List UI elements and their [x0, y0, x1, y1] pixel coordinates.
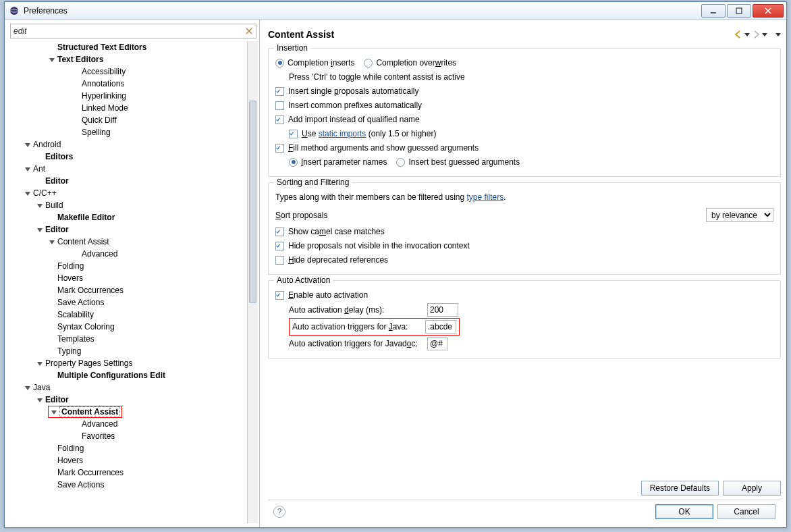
expand-icon	[48, 335, 56, 343]
tree-item[interactable]: Spelling	[11, 126, 247, 138]
tree-item-label: Syntax Coloring	[57, 322, 115, 331]
completion-inserts-label: Completion inserts	[288, 58, 354, 68]
tree-item[interactable]: Hovers	[11, 454, 247, 467]
sort-proposals-select[interactable]: by relevance	[706, 208, 773, 222]
tree-item[interactable]: Makefile Editor	[11, 211, 247, 223]
insert-single-checkbox[interactable]	[275, 87, 284, 96]
tree-item[interactable]: Save Actions	[11, 479, 247, 491]
minimize-button[interactable]	[701, 4, 726, 18]
collapse-icon[interactable]	[24, 165, 32, 173]
tree-item-label: Editors	[45, 152, 73, 161]
insert-common-checkbox[interactable]	[275, 101, 284, 110]
tree-item[interactable]: Folding	[11, 442, 247, 454]
tree-item[interactable]: Editor	[11, 175, 247, 187]
dialog-footer: ? OK Cancel	[268, 500, 781, 523]
collapse-icon[interactable]	[36, 359, 44, 367]
close-button[interactable]	[753, 4, 784, 18]
clear-filter-icon[interactable]	[244, 26, 254, 36]
collapse-icon[interactable]	[24, 189, 32, 197]
collapse-icon[interactable]	[48, 238, 56, 246]
hide-inv-checkbox[interactable]	[275, 242, 284, 250]
tree-item[interactable]: Favorites	[11, 430, 247, 442]
tree-container: Structured Text EditorsText EditorsAcces…	[9, 41, 258, 523]
tree-item[interactable]: Hyperlinking	[11, 90, 247, 102]
sorting-group: Sorting and Filtering Types along with t…	[268, 182, 781, 275]
tree-item[interactable]: Property Pages Settings	[11, 357, 247, 369]
collapse-icon[interactable]	[48, 55, 56, 63]
use-static-checkbox[interactable]	[289, 130, 298, 138]
tree-item[interactable]: Editor	[11, 394, 247, 406]
preference-tree[interactable]: Structured Text EditorsText EditorsAcces…	[9, 41, 247, 523]
type-filters-link[interactable]: type filters	[466, 192, 503, 202]
forward-icon[interactable]	[751, 30, 761, 39]
collapse-icon[interactable]	[50, 408, 58, 416]
tree-item[interactable]: Build	[11, 199, 247, 211]
collapse-icon[interactable]	[36, 396, 44, 404]
tree-item[interactable]: Content Assist	[11, 236, 247, 248]
collapse-icon[interactable]	[24, 383, 32, 392]
tree-item[interactable]: C/C++	[11, 187, 247, 199]
maximize-button[interactable]	[727, 4, 751, 18]
ok-button[interactable]: OK	[655, 504, 713, 519]
tree-item[interactable]: Text Editors	[11, 53, 247, 65]
enable-auto-checkbox[interactable]	[275, 291, 284, 300]
tree-scrollbar[interactable]	[247, 41, 258, 523]
view-menu-icon[interactable]	[775, 32, 781, 37]
cancel-button[interactable]: Cancel	[717, 504, 775, 519]
auto-activation-group: Auto Activation Enable auto activation A…	[268, 280, 781, 359]
tree-item[interactable]: Scalability	[11, 309, 247, 321]
tree-item[interactable]: Editor	[11, 223, 247, 236]
right-pane: Content Assist Insertion Completion inse…	[260, 20, 786, 527]
completion-overwrites-radio[interactable]	[364, 59, 373, 68]
back-menu-icon[interactable]	[744, 32, 750, 37]
restore-defaults-button[interactable]: Restore Defaults	[641, 481, 719, 496]
fill-args-checkbox[interactable]	[275, 144, 284, 153]
tree-item[interactable]: Advanced	[11, 248, 247, 260]
tree-item[interactable]: Structured Text Editors	[11, 41, 247, 53]
tree-item[interactable]: Mark Occurrences	[11, 284, 247, 296]
tree-item-label: Makefile Editor	[57, 213, 115, 222]
javadoc-triggers-input[interactable]	[427, 337, 447, 350]
forward-menu-icon[interactable]	[762, 32, 767, 37]
add-import-checkbox[interactable]	[275, 115, 284, 124]
tree-item[interactable]: Annotations	[11, 78, 247, 90]
tree-item[interactable]: Accessibility	[11, 65, 247, 78]
tree-item[interactable]: Templates	[11, 333, 247, 345]
static-imports-link[interactable]: static imports	[319, 129, 366, 138]
tree-item[interactable]: Java	[11, 381, 247, 394]
help-icon[interactable]: ?	[273, 506, 285, 518]
tree-item[interactable]: Folding	[11, 260, 247, 272]
camel-checkbox[interactable]	[275, 228, 284, 236]
collapse-icon[interactable]	[24, 140, 32, 149]
tree-item[interactable]: Mark Occurrences	[11, 467, 247, 479]
titlebar[interactable]: Preferences	[5, 2, 786, 20]
tree-item[interactable]: Hovers	[11, 272, 247, 284]
tree-item[interactable]: Advanced	[11, 418, 247, 430]
window-title: Preferences	[24, 6, 700, 16]
insert-common-label: Insert common prefixes automatically	[288, 101, 422, 110]
tree-item[interactable]: Ant	[11, 163, 247, 175]
tree-item[interactable]: Quick Diff	[11, 114, 247, 126]
tree-item[interactable]: Linked Mode	[11, 102, 247, 114]
tree-item[interactable]: Android	[11, 138, 247, 151]
tree-item-label: Ant	[33, 164, 45, 174]
tree-item[interactable]: Content Assist	[11, 406, 247, 418]
insert-param-radio[interactable]	[289, 158, 298, 167]
tree-item[interactable]: Typing	[11, 345, 247, 357]
collapse-icon[interactable]	[36, 225, 44, 234]
insert-best-radio[interactable]	[396, 158, 405, 167]
completion-inserts-radio[interactable]	[275, 59, 284, 68]
insert-single-label: Insert single proposals automatically	[288, 86, 418, 96]
hide-dep-checkbox[interactable]	[275, 256, 284, 265]
tree-item[interactable]: Editors	[11, 151, 247, 163]
tree-item[interactable]: Multiple Configurations Edit	[11, 369, 247, 381]
tree-item[interactable]: Syntax Coloring	[11, 321, 247, 333]
apply-button[interactable]: Apply	[723, 481, 781, 496]
back-icon[interactable]	[734, 30, 743, 39]
java-triggers-input[interactable]	[425, 320, 456, 334]
tree-item[interactable]: Save Actions	[11, 296, 247, 309]
scrollbar-thumb[interactable]	[249, 101, 256, 303]
filter-input[interactable]	[10, 24, 256, 38]
delay-input[interactable]	[427, 303, 458, 317]
collapse-icon[interactable]	[36, 201, 44, 209]
